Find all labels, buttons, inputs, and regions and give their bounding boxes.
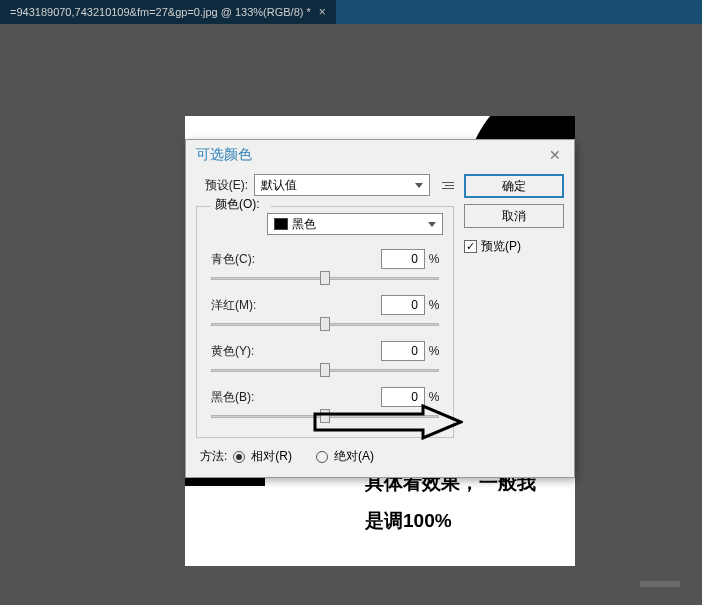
radio-relative-label[interactable]: 相对(R)	[251, 448, 292, 465]
black-label: 黑色(B):	[211, 389, 269, 406]
preset-value: 默认值	[261, 177, 297, 194]
magenta-slider[interactable]	[211, 319, 439, 329]
cyan-input[interactable]	[381, 249, 425, 269]
cyan-label: 青色(C):	[211, 251, 269, 268]
document-tab[interactable]: =943189070,743210109&fm=27&gp=0.jpg @ 13…	[0, 0, 336, 24]
dialog-title: 可选颜色	[196, 146, 252, 164]
chevron-down-icon	[415, 183, 423, 188]
preview-label[interactable]: 预览(P)	[481, 238, 521, 255]
annotation-arrow-icon	[313, 404, 463, 440]
radio-absolute-label[interactable]: 绝对(A)	[334, 448, 374, 465]
magenta-input[interactable]	[381, 295, 425, 315]
yellow-label: 黄色(Y):	[211, 343, 269, 360]
method-label: 方法:	[200, 448, 227, 465]
preset-label: 预设(E):	[196, 177, 248, 194]
color-value: 黑色	[292, 216, 316, 233]
preset-menu-icon[interactable]	[436, 176, 454, 194]
magenta-label: 洋红(M):	[211, 297, 269, 314]
chevron-down-icon	[428, 222, 436, 227]
preview-checkbox[interactable]: ✓	[464, 240, 477, 253]
color-label: 颜色(O):	[215, 196, 260, 213]
radio-absolute[interactable]	[316, 451, 328, 463]
ok-button[interactable]: 确定	[464, 174, 564, 198]
yellow-input[interactable]	[381, 341, 425, 361]
radio-relative[interactable]	[233, 451, 245, 463]
cancel-button[interactable]: 取消	[464, 204, 564, 228]
magenta-unit: %	[425, 298, 443, 312]
close-icon[interactable]: ✕	[544, 144, 566, 166]
cyan-unit: %	[425, 252, 443, 266]
resize-handle[interactable]	[640, 581, 680, 587]
tab-title: =943189070,743210109&fm=27&gp=0.jpg @ 13…	[10, 0, 311, 24]
cyan-slider[interactable]	[211, 273, 439, 283]
tab-bar: =943189070,743210109&fm=27&gp=0.jpg @ 13…	[0, 0, 702, 24]
close-tab-icon[interactable]: ×	[319, 0, 326, 24]
yellow-unit: %	[425, 344, 443, 358]
color-swatch-icon	[274, 218, 288, 230]
color-select[interactable]: 黑色	[267, 213, 443, 235]
dialog-titlebar[interactable]: 可选颜色 ✕	[186, 140, 574, 170]
yellow-slider[interactable]	[211, 365, 439, 375]
preset-select[interactable]: 默认值	[254, 174, 430, 196]
selective-color-dialog: 可选颜色 ✕ 预设(E): 默认值 颜色(O):	[185, 139, 575, 478]
black-unit: %	[425, 390, 443, 404]
